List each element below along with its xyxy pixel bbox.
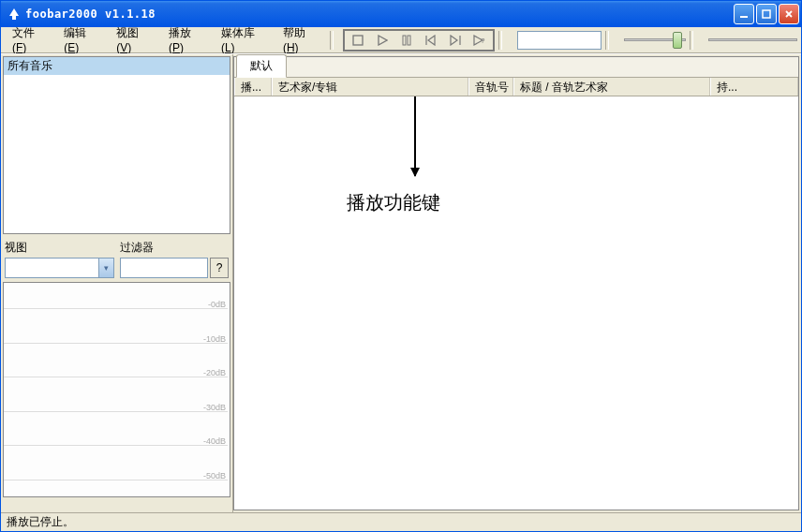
app-window: foobar2000 v1.1.18 文件(F) 编辑(E) 视图(V) 播放(… [0, 0, 802, 532]
view-combo[interactable]: ▾ [5, 258, 114, 278]
playback-controls: ? [343, 29, 495, 52]
menu-view[interactable]: 视图(V) [109, 22, 159, 57]
status-text: 播放已停止。 [7, 514, 74, 530]
statusbar: 播放已停止。 [1, 512, 801, 531]
library-tree[interactable]: 所有音乐 [3, 56, 230, 234]
menu-help[interactable]: 帮助(H) [275, 22, 327, 57]
filter-input[interactable] [120, 258, 209, 278]
svg-rect-2 [353, 36, 363, 45]
svg-text:?: ? [481, 37, 485, 45]
left-pane: 所有音乐 视图 ▾ 过滤器 ? -0dB -10dB -20dB [1, 54, 233, 512]
annotation-text: 播放功能键 [347, 190, 440, 215]
menu-library[interactable]: 媒体库(L) [214, 22, 274, 57]
col-playing[interactable]: 播... [234, 78, 272, 96]
playlist-headers: 播... 艺术家/专辑 音轨号 标题 / 音轨艺术家 持... [234, 78, 798, 96]
previous-button[interactable] [423, 33, 438, 48]
chevron-down-icon: ▾ [98, 259, 113, 277]
pause-button[interactable] [399, 33, 414, 48]
playlist-tabstrip: 默认 [234, 57, 798, 78]
seek-slider[interactable] [708, 31, 797, 50]
volume-slider[interactable] [624, 31, 686, 50]
separator [330, 31, 334, 50]
search-input[interactable] [517, 31, 602, 50]
svg-rect-0 [740, 16, 748, 18]
right-pane: 默认 播... 艺术家/专辑 音轨号 标题 / 音轨艺术家 持... 播放功能键 [233, 56, 799, 510]
col-artist-album[interactable]: 艺术家/专辑 [272, 78, 468, 96]
svg-rect-3 [403, 36, 406, 45]
random-button[interactable]: ? [472, 33, 487, 48]
filter-label: 过滤器 [120, 238, 230, 258]
menu-play[interactable]: 播放(P) [161, 22, 212, 57]
menu-edit[interactable]: 编辑(E) [56, 22, 107, 57]
separator [690, 31, 693, 50]
visualization-panel[interactable]: -0dB -10dB -20dB -30dB -40dB -50dB [3, 282, 230, 497]
minimize-button[interactable] [734, 4, 754, 24]
svg-rect-1 [763, 10, 770, 18]
stop-button[interactable] [350, 33, 365, 48]
playlist-body[interactable]: 播放功能键 [234, 96, 798, 510]
close-button[interactable] [779, 4, 799, 24]
col-title[interactable]: 标题 / 音轨艺术家 [513, 78, 710, 96]
library-item-all-music[interactable]: 所有音乐 [4, 57, 230, 75]
menu-file[interactable]: 文件(F) [5, 22, 54, 57]
separator [498, 31, 502, 50]
menubar: 文件(F) 编辑(E) 视图(V) 播放(P) 媒体库(L) 帮助(H) ? [1, 27, 801, 53]
tab-default[interactable]: 默认 [236, 54, 287, 78]
maximize-button[interactable] [756, 4, 777, 24]
app-logo-icon [7, 7, 22, 22]
filter-row: 视图 ▾ 过滤器 ? [1, 236, 232, 280]
window-title: foobar2000 v1.1.18 [25, 7, 734, 21]
content-area: 所有音乐 视图 ▾ 过滤器 ? -0dB -10dB -20dB [1, 53, 801, 512]
annotation-arrow-icon [414, 96, 416, 176]
view-label: 视图 [5, 238, 114, 258]
play-button[interactable] [375, 33, 390, 48]
filter-help-button[interactable]: ? [210, 258, 229, 278]
next-button[interactable] [448, 33, 463, 48]
col-trackno[interactable]: 音轨号 [468, 78, 513, 96]
svg-rect-4 [408, 36, 410, 45]
separator [605, 31, 609, 50]
col-duration[interactable]: 持... [710, 78, 798, 96]
